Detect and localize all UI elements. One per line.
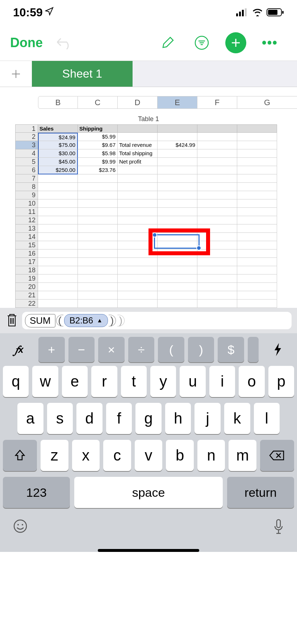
key-j[interactable]: j: [194, 403, 221, 434]
cell[interactable]: [237, 149, 277, 158]
cell[interactable]: $45.00: [38, 158, 78, 166]
cell[interactable]: [38, 208, 78, 216]
key-b[interactable]: b: [166, 440, 194, 471]
cell[interactable]: [118, 274, 158, 283]
cell[interactable]: [158, 174, 197, 183]
cell[interactable]: [197, 158, 237, 166]
emoji-button[interactable]: [13, 519, 28, 538]
op-dollar[interactable]: $: [218, 337, 244, 362]
cell[interactable]: [158, 216, 197, 224]
cell[interactable]: [237, 224, 277, 233]
cell[interactable]: Net profit: [118, 158, 158, 166]
cell[interactable]: $424.99: [158, 141, 197, 149]
cell[interactable]: [78, 274, 118, 283]
row-header[interactable]: 15: [15, 241, 38, 249]
cell[interactable]: [78, 241, 118, 249]
op-divide[interactable]: ÷: [128, 337, 155, 362]
op-more[interactable]: [248, 337, 259, 362]
key-g[interactable]: g: [135, 403, 162, 434]
row-header[interactable]: 5: [15, 158, 38, 166]
cell[interactable]: [237, 133, 277, 141]
formula-input[interactable]: SUM ( B2:B6 ▲ ) ): [22, 312, 292, 329]
cell[interactable]: [158, 224, 197, 233]
cell[interactable]: [78, 208, 118, 216]
key-t[interactable]: t: [121, 366, 147, 397]
cell[interactable]: [197, 124, 237, 133]
more-button[interactable]: •••: [259, 32, 280, 53]
cell[interactable]: [118, 224, 158, 233]
row-header[interactable]: 16: [15, 249, 38, 258]
cell[interactable]: [78, 291, 118, 300]
cell[interactable]: [197, 149, 237, 158]
key-a[interactable]: a: [17, 403, 43, 434]
cell[interactable]: [118, 291, 158, 300]
shift-key[interactable]: [3, 440, 37, 471]
cell[interactable]: [38, 258, 78, 266]
range-reference[interactable]: B2:B6 ▲: [64, 314, 108, 327]
cell[interactable]: [118, 216, 158, 224]
key-c[interactable]: c: [103, 440, 131, 471]
op-plus[interactable]: +: [38, 337, 65, 362]
cell[interactable]: Shipping: [78, 124, 118, 133]
col-header-b[interactable]: B: [38, 96, 78, 109]
function-name[interactable]: SUM: [25, 314, 55, 327]
cell[interactable]: [237, 174, 277, 183]
cell[interactable]: [118, 183, 158, 191]
row-header[interactable]: 14: [15, 233, 38, 241]
cell[interactable]: [78, 183, 118, 191]
cell[interactable]: [118, 283, 158, 291]
row-header[interactable]: 4: [15, 149, 38, 158]
cell[interactable]: [78, 283, 118, 291]
cell[interactable]: $5.98: [78, 149, 118, 158]
key-e[interactable]: e: [62, 366, 88, 397]
cell[interactable]: [158, 266, 197, 274]
row-header[interactable]: 10: [15, 199, 38, 208]
backspace-key[interactable]: [260, 440, 294, 471]
cell[interactable]: [118, 266, 158, 274]
cell[interactable]: [237, 249, 277, 258]
row-header[interactable]: 17: [15, 258, 38, 266]
key-y[interactable]: y: [150, 366, 176, 397]
cell[interactable]: [197, 208, 237, 216]
cell[interactable]: [197, 224, 237, 233]
row-header[interactable]: 6: [15, 166, 38, 174]
cell[interactable]: [38, 216, 78, 224]
key-i[interactable]: i: [209, 366, 235, 397]
cell[interactable]: Total revenue: [118, 141, 158, 149]
cell[interactable]: $23.76: [78, 166, 118, 174]
cell[interactable]: [197, 241, 237, 249]
cell[interactable]: [38, 283, 78, 291]
done-button[interactable]: Done: [10, 35, 43, 50]
cell[interactable]: [38, 241, 78, 249]
cell[interactable]: [158, 199, 197, 208]
cell[interactable]: [38, 224, 78, 233]
cell[interactable]: [118, 191, 158, 199]
bolt-key[interactable]: [262, 337, 293, 362]
cell[interactable]: [78, 266, 118, 274]
key-n[interactable]: n: [197, 440, 225, 471]
cell[interactable]: [237, 241, 277, 249]
cell[interactable]: [38, 191, 78, 199]
op-multiply[interactable]: ×: [98, 337, 125, 362]
cell[interactable]: $75.00: [38, 141, 78, 149]
col-header-e[interactable]: E: [158, 96, 197, 109]
cell[interactable]: [118, 241, 158, 249]
cell[interactable]: $250.00: [38, 166, 78, 174]
cell[interactable]: [197, 174, 237, 183]
cell[interactable]: [78, 191, 118, 199]
cell[interactable]: [118, 166, 158, 174]
cell[interactable]: [118, 300, 158, 308]
row-header[interactable]: 13: [15, 224, 38, 233]
op-paren-open[interactable]: (: [158, 337, 184, 362]
cell[interactable]: $30.00: [38, 149, 78, 158]
cell[interactable]: [197, 300, 237, 308]
col-header-g[interactable]: G: [237, 96, 297, 109]
cell[interactable]: [38, 266, 78, 274]
cell[interactable]: [158, 291, 197, 300]
cell[interactable]: $9.99: [78, 158, 118, 166]
row-header[interactable]: 22: [15, 300, 38, 308]
cell[interactable]: [197, 166, 237, 174]
col-header-c[interactable]: C: [78, 96, 118, 109]
key-h[interactable]: h: [165, 403, 191, 434]
cell[interactable]: [197, 133, 237, 141]
